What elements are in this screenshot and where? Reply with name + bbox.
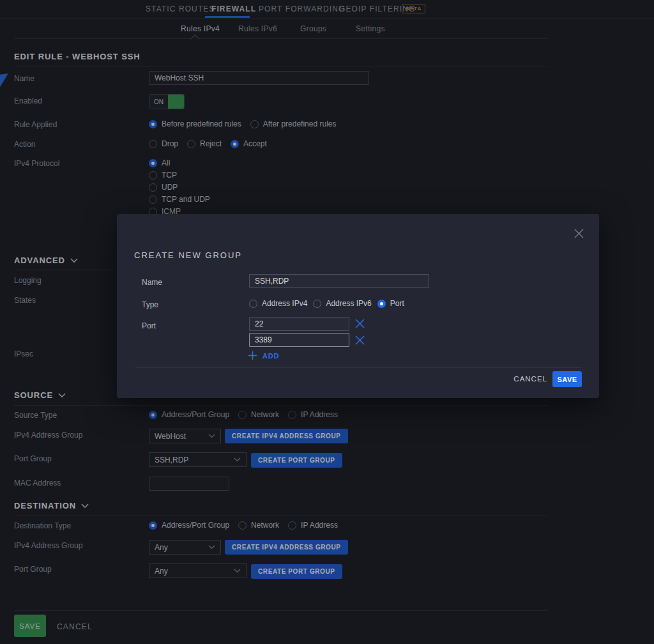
modal-type-label: Type [142,300,158,309]
radio-dot [313,300,321,308]
close-icon[interactable] [573,227,585,240]
port-value-input-1[interactable] [249,317,349,331]
radio-type-port[interactable]: Port [377,299,404,308]
radio-dot [249,300,257,308]
remove-port-icon[interactable] [354,334,366,346]
add-port-button[interactable]: ADD [248,351,279,360]
modal-port-label: Port [142,321,156,330]
radio-label: Address IPv4 [262,299,307,308]
radio-type-address-ipv6[interactable]: Address IPv6 [313,299,371,308]
modal-cancel-button[interactable]: CANCEL [513,375,547,383]
radio-type-address-ipv4[interactable]: Address IPv4 [249,299,307,308]
radio-label: Port [390,299,404,308]
plus-icon [248,351,257,360]
modal-save-button[interactable]: SAVE [552,371,582,387]
create-new-group-modal: CREATE NEW GROUP Name Type Address IPv4 … [117,214,599,398]
firewall-settings-screen: STATIC ROUTES FIREWALL PORT FORWARDING G… [0,0,654,644]
modal-title: CREATE NEW GROUP [134,250,242,260]
port-value-input-2[interactable] [249,333,349,347]
radio-label: Address IPv6 [326,299,371,308]
modal-name-label: Name [142,278,162,287]
group-name-input[interactable] [249,274,429,288]
radio-dot [377,300,386,308]
modal-footer-divider [135,367,581,368]
add-label: ADD [262,352,279,360]
remove-port-icon[interactable] [354,318,366,330]
